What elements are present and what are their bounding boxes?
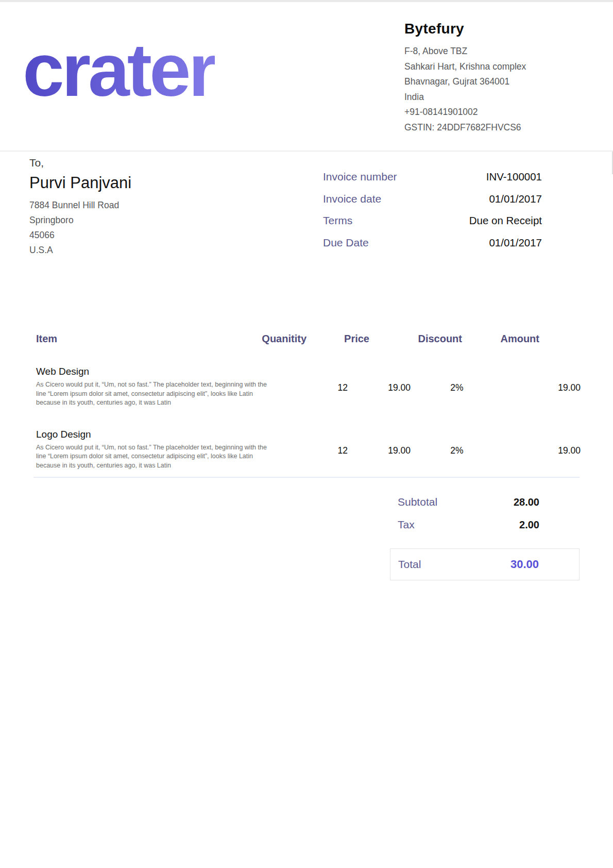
invoice-date-row: Invoice date 01/01/2017 (323, 193, 542, 215)
items-table-header: Item Quanitity Price Discount Amount (33, 332, 580, 345)
due-date-label: Due Date (323, 237, 369, 249)
tax-label: Tax (398, 519, 415, 531)
due-date-row: Due Date 01/01/2017 (323, 237, 542, 259)
subtotal-row: Subtotal 28.00 (390, 491, 580, 513)
company-name: Bytefury (404, 21, 526, 37)
items-table: Item Quanitity Price Discount Amount Web… (33, 332, 580, 470)
terms-value: Due on Receipt (469, 214, 542, 227)
terms-row: Terms Due on Receipt (323, 214, 542, 237)
due-date-value: 01/01/2017 (489, 237, 542, 249)
item-description: As Cicero would put it, “Um, not so fast… (36, 443, 278, 471)
invoice-date-value: 01/01/2017 (489, 193, 542, 205)
item-cell: Logo Design As Cicero would put it, “Um,… (36, 428, 278, 471)
bill-to-label: To, (29, 157, 131, 169)
terms-label: Terms (323, 214, 352, 227)
item-description: As Cicero would put it, “Um, not so fast… (36, 380, 278, 408)
table-separator (33, 477, 580, 478)
tax-row: Tax 2.00 (390, 513, 580, 536)
customer-address-line: U.S.A (29, 243, 131, 258)
grand-total-box: Total 30.00 (390, 548, 580, 580)
col-header-item: Item (36, 332, 237, 345)
invoice-meta: Invoice number INV-100001 Invoice date 0… (323, 171, 542, 258)
tax-value: 2.00 (519, 519, 539, 531)
col-header-price: Price (306, 332, 369, 345)
item-cell: Web Design As Cicero would put it, “Um, … (36, 365, 278, 408)
customer-address-line: 45066 (29, 228, 131, 243)
invoice-date-label: Invoice date (323, 193, 381, 205)
invoice-number-value: INV-100001 (486, 171, 542, 183)
company-address-line: Sahkari Hart, Krishna complex (404, 59, 526, 75)
item-quantity: 12 (278, 428, 348, 471)
item-name: Logo Design (36, 428, 278, 441)
item-discount: 2% (411, 428, 503, 471)
company-address-line: F-8, Above TBZ (404, 44, 526, 59)
subtotal-value: 28.00 (514, 496, 539, 508)
item-quantity: 12 (278, 365, 348, 408)
company-address: F-8, Above TBZ Sahkari Hart, Krishna com… (404, 44, 526, 135)
customer-address-line: Springboro (29, 213, 131, 228)
customer-name: Purvi Panjvani (29, 174, 131, 192)
company-gstin: GSTIN: 24DDF7682FHVCS6 (404, 120, 526, 136)
company-address-line: India (404, 90, 526, 105)
grand-total-label: Total (398, 558, 421, 571)
company-address-line: Bhavnagar, Gujrat 364001 (404, 74, 526, 90)
crater-logo: crater (23, 33, 215, 108)
company-block: Bytefury F-8, Above TBZ Sahkari Hart, Kr… (404, 21, 526, 135)
bill-to-block: To, Purvi Panjvani 7884 Bunnel Hill Road… (29, 157, 131, 258)
invoice-number-row: Invoice number INV-100001 (323, 171, 542, 193)
invoice-number-label: Invoice number (323, 171, 397, 183)
invoice-page: crater Bytefury F-8, Above TBZ Sahkari H… (0, 0, 613, 868)
item-price: 19.00 (348, 428, 411, 471)
item-discount: 2% (411, 365, 503, 408)
col-header-amount: Amount (462, 332, 539, 345)
subtotal-label: Subtotal (398, 496, 437, 508)
item-amount: 19.00 (503, 365, 581, 408)
totals-block: Subtotal 28.00 Tax 2.00 Total 30.00 (390, 491, 580, 580)
grand-total-value: 30.00 (510, 558, 539, 571)
item-price: 19.00 (348, 365, 411, 408)
table-row: Logo Design As Cicero would put it, “Um,… (33, 408, 580, 471)
customer-address: 7884 Bunnel Hill Road Springboro 45066 U… (29, 198, 131, 258)
item-name: Web Design (36, 365, 278, 378)
item-amount: 19.00 (503, 428, 581, 471)
col-header-discount: Discount (369, 332, 462, 345)
company-phone: +91-08141901002 (404, 105, 526, 120)
col-header-quantity: Quanitity (237, 332, 306, 345)
invoice-header: crater Bytefury F-8, Above TBZ Sahkari H… (0, 2, 613, 152)
table-row: Web Design As Cicero would put it, “Um, … (33, 345, 580, 408)
customer-address-line: 7884 Bunnel Hill Road (29, 198, 131, 213)
